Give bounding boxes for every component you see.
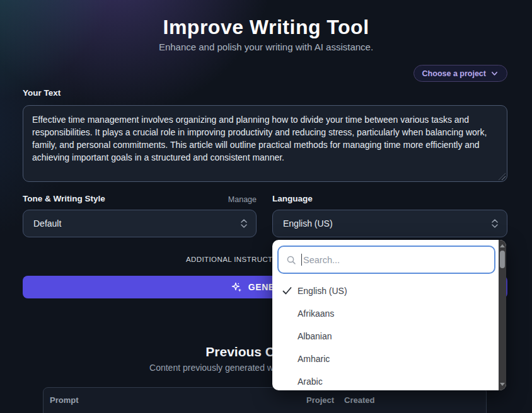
scroll-up-icon[interactable] (500, 244, 505, 247)
language-option[interactable]: English (US) (272, 280, 499, 302)
language-option[interactable]: Albanian (272, 325, 499, 348)
check-placeholder (282, 308, 292, 319)
scroll-down-icon[interactable] (500, 383, 505, 386)
language-option-label: English (US) (298, 286, 347, 296)
table-header-project: Project (306, 395, 334, 405)
tone-style-label: Tone & Writing Style (23, 194, 105, 203)
language-label: Language (272, 194, 313, 203)
language-option-label: Albanian (298, 331, 332, 341)
language-dropdown-options: English (US)AfrikaansAlbanianAmharicArab… (272, 280, 499, 390)
language-select-value: English (US) (283, 218, 333, 229)
dropdown-scrollbar[interactable] (499, 240, 506, 390)
language-search-input[interactable] (303, 255, 487, 265)
check-icon (282, 286, 292, 297)
search-icon (286, 255, 296, 265)
previous-creations-table: Prompt Project Created (43, 387, 487, 413)
updown-chevrons-icon (491, 218, 499, 229)
sparkles-icon (231, 281, 243, 293)
scrollbar-thumb[interactable] (500, 251, 505, 268)
check-placeholder (282, 376, 292, 387)
tone-select[interactable]: Default (23, 210, 257, 237)
language-select[interactable]: English (US) (272, 210, 507, 237)
manage-tones-link[interactable]: Manage (228, 195, 257, 204)
choose-project-label: Choose a project (422, 69, 486, 78)
check-placeholder (282, 354, 292, 365)
updown-chevrons-icon (240, 218, 248, 229)
language-dropdown-panel: English (US)AfrikaansAlbanianAmharicArab… (272, 240, 506, 390)
your-text-field-wrap: Effective time management involves organ… (23, 105, 507, 182)
language-option-label: Amharic (298, 354, 330, 364)
text-caret (301, 254, 302, 266)
language-option[interactable]: Arabic (272, 370, 499, 390)
check-placeholder (282, 331, 292, 342)
language-search-box (277, 246, 495, 274)
table-header-created: Created (344, 395, 374, 405)
language-option[interactable]: Amharic (272, 348, 499, 370)
your-text-label: Your Text (23, 88, 61, 98)
language-option-label: Arabic (298, 376, 323, 387)
improve-writing-tool-page: Improve Writing Tool Enhance and polish … (0, 0, 532, 413)
chevron-down-icon (490, 69, 499, 77)
page-title: Improve Writing Tool (0, 15, 532, 39)
language-option-label: Afrikaans (298, 308, 334, 319)
tone-select-value: Default (33, 218, 61, 229)
table-header-prompt: Prompt (50, 395, 79, 405)
your-text-input[interactable]: Effective time management involves organ… (23, 105, 507, 182)
choose-project-button[interactable]: Choose a project (413, 65, 507, 82)
language-option[interactable]: Afrikaans (272, 302, 499, 325)
page-subtitle: Enhance and polish your writing with AI … (0, 42, 532, 52)
